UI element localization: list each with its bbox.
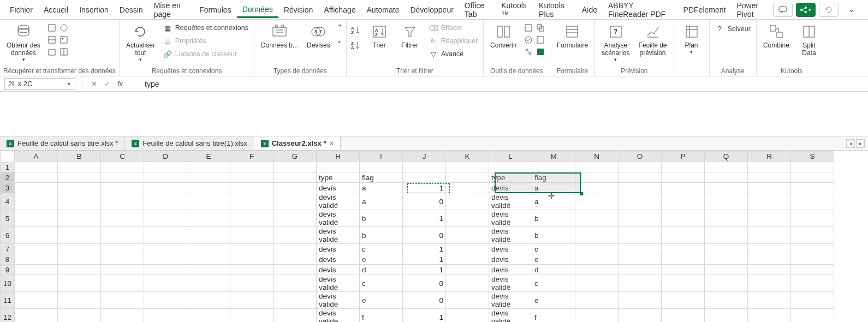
cell[interactable]: 1 bbox=[403, 210, 446, 227]
forecast-sheet-button[interactable]: Feuille de prévision bbox=[635, 22, 670, 58]
column-header[interactable]: M bbox=[532, 151, 575, 162]
cell[interactable] bbox=[274, 183, 317, 193]
cell[interactable] bbox=[230, 309, 274, 323]
cell[interactable] bbox=[705, 292, 748, 309]
cell[interactable]: 0 bbox=[403, 193, 446, 210]
cell[interactable] bbox=[662, 210, 705, 227]
cell[interactable] bbox=[58, 183, 101, 193]
cell[interactable] bbox=[705, 254, 748, 265]
cell[interactable] bbox=[705, 227, 748, 244]
cell[interactable] bbox=[101, 227, 144, 244]
cell[interactable]: devis validé bbox=[317, 193, 360, 210]
column-header[interactable]: G bbox=[274, 151, 317, 162]
cell[interactable] bbox=[274, 309, 317, 323]
cell[interactable] bbox=[101, 193, 144, 210]
cell[interactable] bbox=[15, 265, 58, 275]
cell[interactable]: devis validé bbox=[317, 292, 360, 309]
cell[interactable] bbox=[748, 292, 791, 309]
cell[interactable] bbox=[58, 193, 101, 210]
cell[interactable]: devis bbox=[489, 254, 532, 265]
menu-tab-power-pivot[interactable]: Power Pivot bbox=[731, 0, 773, 22]
cell[interactable] bbox=[274, 172, 317, 183]
collapse-ribbon-button[interactable]: ⌄ bbox=[842, 3, 861, 17]
cell[interactable] bbox=[58, 254, 101, 265]
cell[interactable] bbox=[101, 265, 144, 275]
filter-button[interactable]: Filtrer bbox=[396, 22, 424, 50]
cell[interactable] bbox=[705, 275, 748, 292]
cell[interactable] bbox=[791, 254, 834, 265]
cell[interactable] bbox=[575, 254, 619, 265]
cell[interactable] bbox=[489, 162, 532, 172]
cell[interactable] bbox=[58, 172, 101, 183]
cell[interactable] bbox=[187, 244, 230, 254]
tab-scroll-right-icon[interactable]: ▸ bbox=[856, 139, 865, 148]
cell[interactable] bbox=[575, 275, 619, 292]
cell[interactable] bbox=[575, 292, 619, 309]
column-header[interactable]: P bbox=[662, 151, 705, 162]
cell[interactable]: devis validé bbox=[317, 227, 360, 244]
cell[interactable] bbox=[748, 275, 791, 292]
cell[interactable] bbox=[230, 183, 274, 193]
cell[interactable] bbox=[791, 172, 834, 183]
cell[interactable]: a bbox=[360, 183, 403, 193]
cell[interactable] bbox=[791, 265, 834, 275]
sort-asc-icon[interactable]: AZ bbox=[351, 25, 362, 35]
cell[interactable] bbox=[144, 292, 187, 309]
from-image-icon[interactable] bbox=[59, 35, 69, 45]
cell[interactable] bbox=[144, 254, 187, 265]
cell[interactable] bbox=[791, 193, 834, 210]
cell[interactable] bbox=[144, 193, 187, 210]
workbook-tab[interactable]: x Feuille de calcul sans titre.xlsx * bbox=[0, 136, 125, 150]
menu-tab-formules[interactable]: Formules bbox=[194, 2, 236, 18]
sort-desc-icon[interactable]: ZA bbox=[351, 40, 362, 50]
combine-button[interactable]: Combine bbox=[760, 22, 793, 50]
cell[interactable] bbox=[230, 244, 274, 254]
row-header[interactable]: 2 bbox=[1, 172, 15, 183]
cell[interactable] bbox=[748, 183, 791, 193]
cell[interactable] bbox=[187, 210, 230, 227]
cell[interactable] bbox=[662, 254, 705, 265]
cell[interactable] bbox=[619, 292, 662, 309]
consolidate-icon[interactable] bbox=[536, 35, 545, 45]
fx-icon[interactable]: fx bbox=[115, 79, 125, 89]
recent-sources-icon[interactable] bbox=[47, 47, 57, 57]
cell[interactable] bbox=[187, 183, 230, 193]
cell[interactable]: devis validé bbox=[489, 193, 532, 210]
cell[interactable] bbox=[187, 309, 230, 323]
column-header[interactable]: S bbox=[791, 151, 834, 162]
cell[interactable] bbox=[748, 193, 791, 210]
cell[interactable] bbox=[58, 265, 101, 275]
relationships-icon[interactable] bbox=[524, 47, 533, 57]
cell[interactable] bbox=[101, 292, 144, 309]
cell[interactable] bbox=[791, 309, 834, 323]
cell[interactable] bbox=[101, 183, 144, 193]
menu-tab-donnees[interactable]: Données bbox=[237, 1, 278, 18]
cell[interactable] bbox=[274, 210, 317, 227]
cell[interactable]: devis bbox=[489, 244, 532, 254]
cell[interactable]: c bbox=[532, 244, 575, 254]
cell[interactable]: type bbox=[489, 172, 532, 183]
cell[interactable]: d bbox=[360, 265, 403, 275]
menu-tab-accueil[interactable]: Accueil bbox=[38, 2, 74, 18]
cell[interactable] bbox=[144, 227, 187, 244]
cell[interactable] bbox=[101, 172, 144, 183]
cell[interactable] bbox=[619, 162, 662, 172]
cell[interactable] bbox=[619, 254, 662, 265]
cell[interactable]: a bbox=[360, 193, 403, 210]
cell[interactable] bbox=[187, 193, 230, 210]
queries-connections-button[interactable]: ▦Requêtes et connexions bbox=[160, 22, 251, 34]
cell[interactable] bbox=[230, 193, 274, 210]
flash-fill-icon[interactable] bbox=[524, 23, 533, 33]
row-header[interactable]: 7 bbox=[1, 244, 15, 254]
cell[interactable] bbox=[230, 227, 274, 244]
remove-duplicates-icon[interactable] bbox=[536, 23, 545, 33]
cell[interactable]: a bbox=[532, 183, 575, 193]
row-header[interactable]: 12 bbox=[1, 309, 15, 323]
tab-scroll-left-icon[interactable]: ◂ bbox=[846, 139, 855, 148]
cell[interactable] bbox=[791, 275, 834, 292]
cell[interactable] bbox=[791, 227, 834, 244]
cell[interactable]: c bbox=[360, 275, 403, 292]
manage-data-model-icon[interactable] bbox=[536, 47, 545, 57]
cell[interactable] bbox=[230, 292, 274, 309]
cell[interactable]: devis validé bbox=[489, 292, 532, 309]
